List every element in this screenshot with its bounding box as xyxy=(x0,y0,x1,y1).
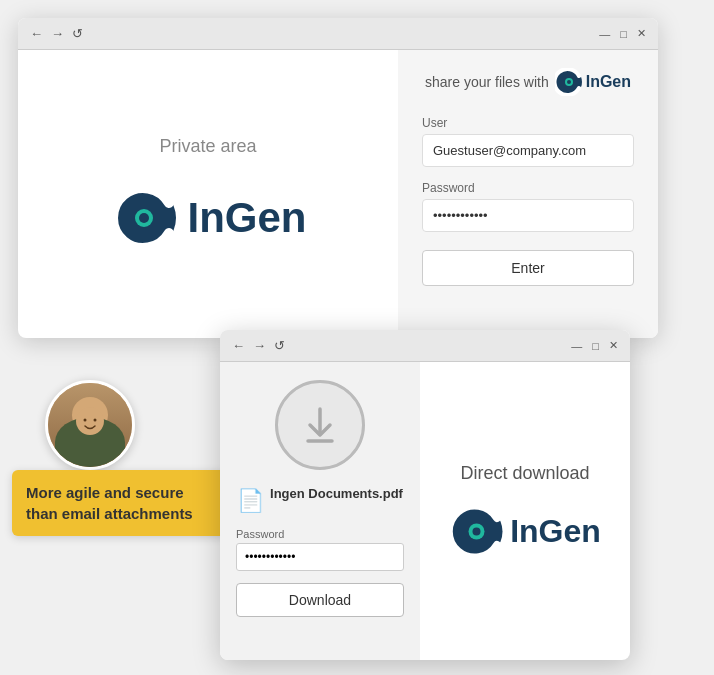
ingen-logo-text-medium: InGen xyxy=(510,513,601,550)
main-left-panel: Private area xyxy=(18,50,398,338)
minimize-button[interactable]: — xyxy=(597,28,612,40)
forward-button[interactable]: → xyxy=(49,26,66,41)
yellow-banner-text: More agile and secure than email attachm… xyxy=(26,484,193,522)
back-button[interactable]: ← xyxy=(28,26,45,41)
password-label: Password xyxy=(422,181,634,195)
secondary-browser-content: 📄 Ingen Documents.pdf Password Download … xyxy=(220,362,630,660)
close-button[interactable]: ✕ xyxy=(635,27,648,40)
password-input[interactable] xyxy=(422,199,634,232)
yellow-banner: More agile and secure than email attachm… xyxy=(12,470,232,536)
secondary-nav-controls: ← → ↺ xyxy=(230,338,287,353)
browser-nav-controls: ← → ↺ xyxy=(28,26,85,41)
file-name: Ingen Documents.pdf xyxy=(270,486,403,503)
password-field-group: Password xyxy=(422,181,634,232)
sec-password-label: Password xyxy=(236,528,404,540)
avatar-face xyxy=(72,407,108,443)
main-browser-window: ← → ↺ — □ ✕ Private area xyxy=(18,18,658,338)
secondary-close-button[interactable]: ✕ xyxy=(607,339,620,352)
secondary-left-panel: 📄 Ingen Documents.pdf Password Download xyxy=(220,362,420,660)
svg-point-9 xyxy=(94,419,97,422)
maximize-button[interactable]: □ xyxy=(618,28,629,40)
secondary-window-controls: — □ ✕ xyxy=(569,339,620,352)
share-text: share your files with xyxy=(425,74,549,90)
main-browser-content: Private area xyxy=(18,50,658,338)
user-input[interactable] xyxy=(422,134,634,167)
share-header: share your files with InGen xyxy=(425,68,631,96)
ingen-c-icon-medium xyxy=(449,504,504,559)
enter-button[interactable]: Enter xyxy=(422,250,634,286)
ingen-logo-text-large: InGen xyxy=(187,194,306,242)
ingen-c-icon-large xyxy=(109,183,179,253)
ingen-logo-text-small: InGen xyxy=(586,73,631,91)
reload-button[interactable]: ↺ xyxy=(70,26,85,41)
ingen-logo-medium: InGen xyxy=(449,504,601,559)
file-info: 📄 Ingen Documents.pdf xyxy=(237,486,403,514)
user-field-group: User xyxy=(422,116,634,167)
svg-point-8 xyxy=(84,419,87,422)
svg-point-14 xyxy=(473,528,481,536)
main-browser-toolbar: ← → ↺ — □ ✕ xyxy=(18,18,658,50)
window-controls: — □ ✕ xyxy=(597,27,648,40)
download-circle-icon xyxy=(275,380,365,470)
secondary-browser-toolbar: ← → ↺ — □ ✕ xyxy=(220,330,630,362)
secondary-back-button[interactable]: ← xyxy=(230,338,247,353)
sec-password-group: Password xyxy=(236,528,404,571)
secondary-reload-button[interactable]: ↺ xyxy=(272,338,287,353)
ingen-logo-small: InGen xyxy=(555,68,631,96)
sec-password-input[interactable] xyxy=(236,543,404,571)
secondary-right-panel: Direct download InGen xyxy=(420,362,630,660)
download-arrow-icon xyxy=(298,403,342,447)
svg-point-6 xyxy=(567,80,571,84)
secondary-forward-button[interactable]: → xyxy=(251,338,268,353)
svg-point-3 xyxy=(139,213,149,223)
private-area-label: Private area xyxy=(159,136,256,157)
ingen-c-icon-small xyxy=(555,68,583,96)
ingen-logo-large: InGen xyxy=(109,183,306,253)
download-button[interactable]: Download xyxy=(236,583,404,617)
secondary-minimize-button[interactable]: — xyxy=(569,340,584,352)
avatar xyxy=(45,380,135,470)
secondary-browser-window: ← → ↺ — □ ✕ 📄 Ingen Documents.pdf xyxy=(220,330,630,660)
secondary-maximize-button[interactable]: □ xyxy=(590,340,601,352)
main-right-panel: share your files with InGen User Passwor… xyxy=(398,50,658,338)
avatar-person xyxy=(48,383,132,467)
user-label: User xyxy=(422,116,634,130)
pdf-icon: 📄 xyxy=(237,488,264,514)
svg-point-7 xyxy=(76,407,104,435)
direct-download-label: Direct download xyxy=(460,463,589,484)
